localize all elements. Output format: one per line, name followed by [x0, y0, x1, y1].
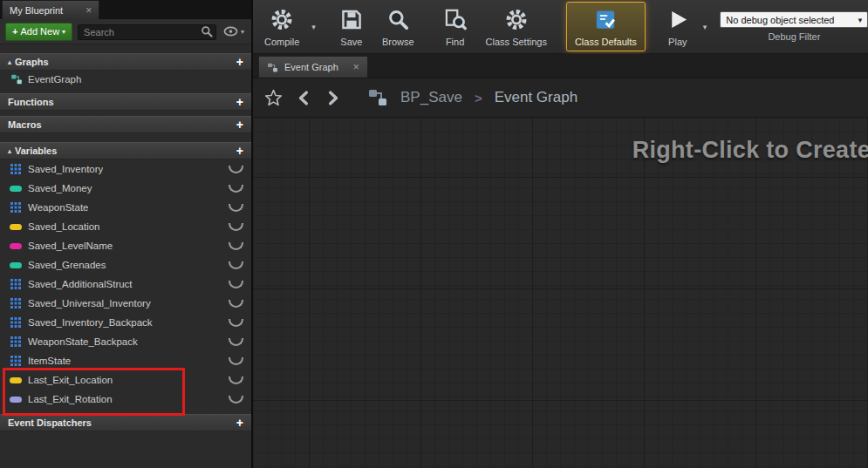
closed-eye-icon[interactable]: [229, 357, 243, 365]
save-floppy-icon: [338, 7, 365, 31]
plus-icon: +: [12, 26, 17, 37]
variable-type-icon: [10, 355, 22, 367]
debug-object-value: No debug object selected: [726, 15, 834, 25]
section-header-variables[interactable]: ▴ Variables +: [0, 142, 251, 159]
closed-eye-icon[interactable]: [229, 261, 243, 269]
closed-eye-icon[interactable]: [229, 376, 243, 384]
tab-my-blueprint[interactable]: My Blueprint ×: [2, 0, 99, 19]
class-defaults-label: Class Defaults: [575, 37, 637, 47]
class-defaults-button[interactable]: Class Defaults: [567, 3, 645, 51]
blueprint-editor-window: My Blueprint × + Add New ▾ ▾: [0, 0, 868, 468]
play-icon: [665, 7, 691, 31]
find-button[interactable]: Find: [434, 3, 476, 51]
play-dropdown-caret-icon[interactable]: ▾: [701, 23, 710, 31]
variable-type-icon: [10, 393, 22, 405]
section-header-macros[interactable]: Macros +: [0, 116, 251, 133]
closed-eye-icon[interactable]: [229, 204, 243, 212]
add-variable-button[interactable]: +: [236, 145, 243, 157]
closed-eye-icon[interactable]: [229, 396, 243, 404]
browse-button[interactable]: Browse: [374, 3, 422, 51]
compile-button[interactable]: Compile: [256, 3, 307, 51]
my-blueprint-toolbar: + Add New ▾ ▾: [0, 19, 251, 44]
class-defaults-checklist-icon: [592, 7, 619, 31]
section-label: Functions: [8, 97, 54, 107]
variable-type-icon: [10, 201, 22, 214]
tab-close-icon[interactable]: ×: [353, 61, 359, 73]
class-settings-gear-icon: [503, 7, 530, 31]
section-label: Event Dispatchers: [8, 417, 92, 428]
graph-icon: [10, 73, 23, 85]
variable-row[interactable]: Saved_Grenades: [0, 255, 251, 275]
panel-tab-bar: My Blueprint ×: [0, 0, 251, 19]
variables-list: Saved_Inventory Saved_Money WeaponState …: [0, 159, 251, 409]
variable-row[interactable]: Last_Exit_Rotation: [0, 390, 251, 409]
play-label: Play: [668, 37, 687, 47]
back-arrow-icon[interactable]: [296, 90, 312, 106]
view-options-button[interactable]: ▾: [222, 26, 246, 37]
search-input[interactable]: [78, 24, 216, 40]
variable-row[interactable]: Saved_AdditionalStruct: [0, 275, 251, 294]
variable-name: Saved_Grenades: [28, 260, 106, 270]
variable-row[interactable]: Saved_Universal_Inventory: [0, 294, 251, 313]
chevron-down-icon: ▾: [858, 16, 863, 24]
closed-eye-icon[interactable]: [229, 281, 243, 288]
class-settings-button[interactable]: Class Settings: [478, 3, 555, 51]
debug-object-dropdown[interactable]: No debug object selected ▾: [720, 11, 868, 28]
variable-row[interactable]: Saved_Inventory_Backpack: [0, 313, 251, 332]
save-button[interactable]: Save: [331, 3, 372, 51]
variable-name: ItemState: [28, 356, 71, 366]
graph-canvas[interactable]: Right-Click to Create: [253, 118, 868, 468]
variable-name: Saved_LevelName: [28, 241, 113, 251]
close-icon[interactable]: ×: [85, 5, 92, 16]
variable-row[interactable]: WeaponState: [0, 198, 251, 217]
section-label: Variables: [15, 146, 57, 156]
closed-eye-icon[interactable]: [229, 223, 243, 231]
variable-row[interactable]: Saved_Inventory: [0, 159, 251, 179]
breadcrumb-current[interactable]: Event Graph: [495, 89, 578, 106]
variable-row[interactable]: Saved_Money: [0, 179, 251, 198]
section-header-graphs[interactable]: ▴ Graphs +: [0, 53, 251, 71]
add-macro-button[interactable]: +: [236, 119, 243, 131]
variable-name: Last_Exit_Rotation: [28, 394, 113, 404]
add-new-button[interactable]: + Add New ▾: [5, 23, 72, 41]
canvas-hint-text: Right-Click to Create: [632, 137, 868, 164]
variable-type-icon: [10, 182, 22, 194]
variable-name: Saved_AdditionalStruct: [28, 279, 133, 289]
variable-row[interactable]: ItemState: [0, 351, 251, 370]
debug-filter-label: Debug Filter: [720, 31, 868, 42]
chevron-down-icon: ▾: [62, 28, 65, 36]
my-blueprint-tree: ▴ Graphs + EventGraph Functions + Macros: [0, 44, 251, 468]
variable-name: Saved_Universal_Inventory: [28, 298, 151, 309]
section-header-event-dispatchers[interactable]: Event Dispatchers +: [0, 414, 251, 431]
play-button[interactable]: Play: [657, 3, 699, 51]
closed-eye-icon[interactable]: [229, 185, 243, 193]
search-box: [78, 24, 216, 39]
blueprint-toolbar: Compile ▾ Save Browse Fi: [253, 0, 868, 54]
favorite-star-icon[interactable]: [263, 88, 284, 108]
variable-row[interactable]: Last_Exit_Location: [0, 370, 251, 390]
add-event-dispatcher-button[interactable]: +: [236, 417, 243, 429]
variable-type-icon: [10, 278, 22, 290]
closed-eye-icon[interactable]: [229, 300, 243, 308]
add-function-button[interactable]: +: [236, 96, 243, 108]
variable-row[interactable]: Saved_LevelName: [0, 236, 251, 255]
forward-arrow-icon[interactable]: [325, 90, 341, 106]
closed-eye-icon[interactable]: [229, 319, 243, 327]
breadcrumb-root[interactable]: BP_Save: [400, 89, 462, 106]
compile-dropdown-caret-icon[interactable]: ▾: [309, 23, 318, 31]
compile-gear-icon: [269, 7, 295, 31]
closed-eye-icon[interactable]: [229, 338, 243, 346]
graph-icon: [267, 62, 278, 73]
section-label: Macros: [8, 119, 42, 130]
add-graph-button[interactable]: +: [236, 56, 243, 68]
collapse-arrow-icon: ▴: [8, 147, 11, 155]
document-tab-bar: Event Graph ×: [253, 54, 868, 78]
eventgraph-item[interactable]: EventGraph: [0, 71, 251, 88]
tab-event-graph[interactable]: Event Graph ×: [258, 56, 368, 78]
section-header-functions[interactable]: Functions +: [0, 93, 251, 111]
variable-row[interactable]: Saved_Location: [0, 217, 251, 236]
closed-eye-icon[interactable]: [229, 242, 243, 250]
search-icon: [201, 25, 213, 37]
closed-eye-icon[interactable]: [229, 166, 243, 173]
variable-row[interactable]: WeaponState_Backpack: [0, 332, 251, 351]
